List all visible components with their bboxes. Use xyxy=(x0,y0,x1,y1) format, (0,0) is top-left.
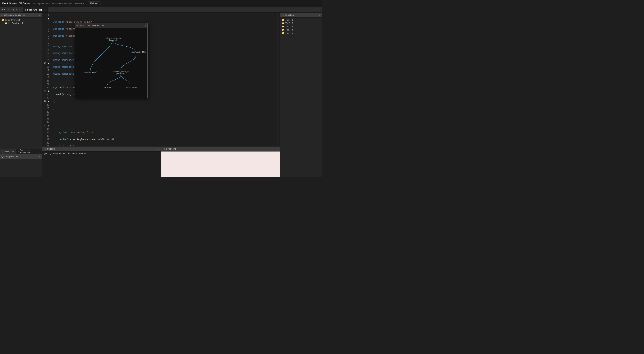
line-num-6: 6 xyxy=(44,31,49,34)
node-toolbox-label: Toolbox [panel] xyxy=(125,87,137,88)
problems-close-button[interactable]: ✕ xyxy=(277,148,278,150)
line-num-37: 37 xyxy=(44,138,49,141)
line-num-23: 23 ● xyxy=(44,89,49,93)
solution-explorer-close-button[interactable]: ✕ xyxy=(39,14,40,17)
problems-panel: Problems ✕ xyxy=(161,147,280,177)
toolbox-item-4[interactable]: 📁 Tool 4 xyxy=(280,28,322,32)
solution-explorer-tab[interactable]: → Solution Explorer xyxy=(16,149,42,154)
toolbox-close-button[interactable]: ✕ xyxy=(319,14,320,17)
line-num-13: 13 xyxy=(44,55,49,58)
arrow-icon: ▶ xyxy=(2,14,3,16)
line-num-34: 34 xyxy=(44,127,49,131)
toolbox-item-1[interactable]: 📁 Tool 1 xyxy=(280,19,322,22)
toolbox-title: Toolbox xyxy=(285,14,294,16)
edge-hs15-toolbox xyxy=(121,75,130,85)
solution-explorer-content: 📁 Test Project 📁 My Project 2 xyxy=(0,18,42,149)
tree-item-my-project-2[interactable]: 📁 My Project 2 xyxy=(0,22,42,25)
toolbox-item-3[interactable]: 📁 Tool 3 xyxy=(280,25,322,28)
tool-label-1: Tool 1 xyxy=(286,19,293,21)
line-num-35: 35 xyxy=(44,131,49,134)
refresh-button[interactable]: Refresh xyxy=(88,2,100,5)
line-num-4: 4 xyxy=(44,24,49,27)
folder-icon-tool4: 📁 xyxy=(282,29,284,31)
output-title-group: Output xyxy=(44,148,55,150)
problems-title-group: Problems xyxy=(163,148,176,150)
properties-panel: Properties ✕ xyxy=(0,154,42,177)
output-title: Output xyxy=(47,148,55,150)
line-num-12: 12 xyxy=(44,51,49,55)
line-num-16: 16 xyxy=(44,65,49,69)
toolbox-content: 📁 Tool 1 📁 Tool 2 📁 Tool 3 📁 Tool 4 📁 To… xyxy=(280,18,322,36)
line-num-31: 31 xyxy=(44,117,49,120)
node-vs13-label: vertical_splitter_13 [v xyxy=(130,51,146,53)
properties-header: Properties ✕ xyxy=(0,154,42,159)
output-content: [info] program exited with code 0 xyxy=(42,152,161,177)
tree-item-test-project[interactable]: 📁 Test Project xyxy=(0,19,42,22)
editor-scrollbar[interactable] xyxy=(278,13,280,146)
line-num-2: 2 ● xyxy=(44,17,49,20)
node-prop-label: Properties [panel] xyxy=(84,71,97,73)
line-num-24: 24 xyxy=(44,93,49,96)
dock-tree-title: Dock Tree Visualizer xyxy=(79,24,104,27)
problems-title: Problems xyxy=(166,148,176,150)
line-num-1: 1 xyxy=(44,14,49,17)
tab-dot-steering-cpp: ● xyxy=(25,9,26,11)
node-toolbox: Toolbox [panel] xyxy=(125,87,137,88)
line-num-36: 36 xyxy=(44,134,49,138)
top-hint: Pull a panel out from it's title bar and… xyxy=(33,2,84,5)
tab-close-steering-cpp[interactable]: ✕ xyxy=(44,9,46,11)
line-num-25: 25 xyxy=(44,96,49,100)
folder-icon-tool1: 📁 xyxy=(282,19,284,21)
line-num-22: 22 xyxy=(44,86,49,89)
line-num-21: 21 xyxy=(44,83,49,86)
edge-hs10-prop xyxy=(90,41,113,71)
output-text: [info] program exited with code 0 xyxy=(44,152,86,155)
tab-steering-cpp[interactable]: ● Steering.cpp ✕ xyxy=(23,7,48,13)
left-panel: ▶ Solution Explorer ✕ 📁 Test Project 📁 M… xyxy=(0,13,42,177)
line-num-3: 3 xyxy=(44,20,49,24)
line-num-19: 19 xyxy=(44,76,49,79)
tree-label-my-project-2: My Project 2 xyxy=(8,22,23,25)
toolbox-item-5[interactable]: 📁 Tool 5 xyxy=(280,32,322,35)
folder-icon-tool5: 📁 xyxy=(282,32,284,34)
line-num-5: 5 xyxy=(44,27,49,31)
bottom-panels: Output ✕ [info] program exited with code… xyxy=(42,146,280,177)
line-num-26: 26 ● xyxy=(44,100,49,103)
tab-bar: ● Steering.h ✕ ● Steering.cpp ✕ xyxy=(0,7,322,13)
node-fill0: fill_0 [fill] xyxy=(104,87,110,88)
app-title: Dock Spawn IDE Demo xyxy=(2,2,30,5)
toolbox-item-2[interactable]: 📁 Tool 2 xyxy=(280,22,322,25)
circle-toolbox-icon xyxy=(282,14,284,16)
folder-icon-project2: 📁 xyxy=(4,22,7,25)
line-num-39: 39 xyxy=(44,145,49,146)
dock-tree-close-button[interactable]: ✕ xyxy=(144,24,146,27)
folder-icon-tool2: 📁 xyxy=(282,22,284,25)
toolbox-header: Toolbox ✕ xyxy=(280,13,322,18)
circle-properties-icon xyxy=(2,156,4,158)
line-num-38: 38 xyxy=(44,141,49,145)
tab-label-steering-cpp: Steering.cpp xyxy=(27,9,42,11)
output-close-button[interactable]: ✕ xyxy=(158,148,159,150)
output-panel: Output ✕ [info] program exited with code… xyxy=(42,147,161,177)
line-num-11: 11 xyxy=(44,48,49,51)
solution-explorer-tab-label: Solution Explorer xyxy=(20,149,40,154)
properties-title: Properties xyxy=(6,155,18,158)
outline-tab[interactable]: Outline xyxy=(0,149,16,154)
properties-title-group: Properties xyxy=(2,155,18,158)
line-num-30: 30 xyxy=(44,114,49,117)
right-panel: Toolbox ✕ 📁 Tool 1 📁 Tool 2 📁 Tool 3 📁 T… xyxy=(280,13,322,177)
tool-label-3: Tool 3 xyxy=(286,25,293,28)
line-num-20: 20 xyxy=(44,79,49,83)
dock-tree-title-group: ● Dock Tree Visualizer xyxy=(76,24,104,27)
tab-steering-h[interactable]: ● Steering.h ✕ xyxy=(0,7,23,13)
main-layout: ▶ Solution Explorer ✕ 📁 Test Project 📁 M… xyxy=(0,13,322,177)
properties-close-button[interactable]: ✕ xyxy=(39,155,40,158)
node-prop: Properties [panel] xyxy=(84,71,97,73)
node-vs13: vertical_splitter_13 [v xyxy=(130,51,146,53)
line-num-10: 10 xyxy=(44,45,49,48)
line-num-8: 8 xyxy=(44,38,49,41)
solution-explorer-title: Solution Explorer xyxy=(4,14,25,16)
toolbox-title-group: Toolbox xyxy=(282,14,294,16)
tab-close-steering-h[interactable]: ✕ xyxy=(19,9,20,11)
node-hs10-label: horizontal_splitter_10 xyxy=(105,37,121,39)
